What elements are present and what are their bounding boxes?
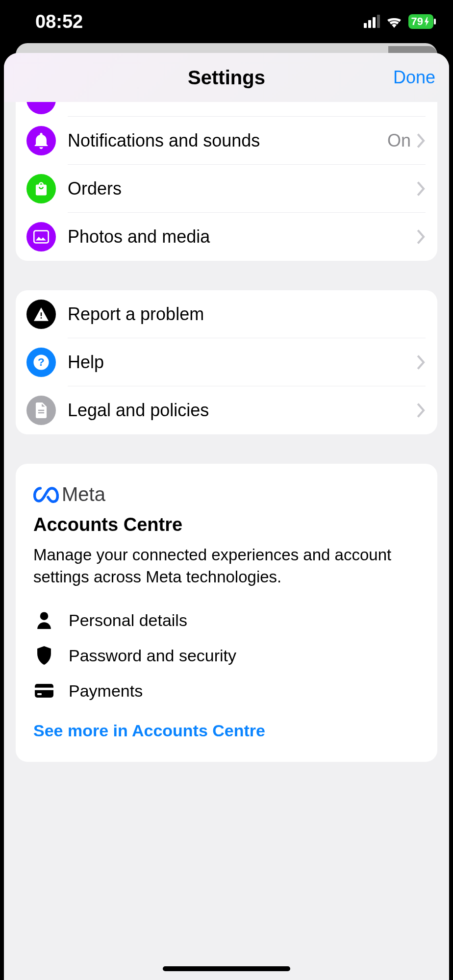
row-label: Report a problem xyxy=(68,304,426,325)
accounts-centre-see-more-link[interactable]: See more in Accounts Centre xyxy=(33,721,420,740)
meta-brand-text: Meta xyxy=(62,483,105,505)
shopping-bag-icon xyxy=(26,174,56,203)
meta-logo: Meta xyxy=(33,483,420,505)
status-time: 08:52 xyxy=(35,11,83,32)
accounts-centre-payments[interactable]: Payments xyxy=(33,673,420,708)
battery-indicator: 79 xyxy=(408,14,433,29)
help-icon: ? xyxy=(26,348,56,377)
svg-rect-0 xyxy=(34,231,49,243)
accounts-centre-personal-details[interactable]: Personal details xyxy=(33,603,420,638)
page-title: Settings xyxy=(188,67,265,89)
settings-row-photos-media[interactable]: Photos and media xyxy=(16,213,437,261)
meta-infinity-icon xyxy=(33,486,59,503)
accounts-centre-password-security[interactable]: Password and security xyxy=(33,638,420,673)
row-label: Help xyxy=(68,352,417,373)
svg-rect-6 xyxy=(37,693,42,695)
chevron-right-icon xyxy=(417,133,426,148)
svg-point-3 xyxy=(40,612,49,620)
settings-row-help[interactable]: ? Help xyxy=(16,338,437,386)
sheet-header: Settings Done xyxy=(4,53,449,102)
credit-card-icon xyxy=(33,684,55,698)
svg-rect-4 xyxy=(35,684,53,698)
image-icon xyxy=(26,222,56,251)
ac-row-label: Personal details xyxy=(69,611,187,630)
status-icons: 79 xyxy=(364,14,433,29)
status-bar: 08:52 79 xyxy=(0,0,453,43)
shield-icon xyxy=(33,646,55,665)
chevron-right-icon xyxy=(417,181,426,196)
svg-rect-5 xyxy=(35,688,53,690)
row-label: Legal and policies xyxy=(68,400,417,421)
warning-icon xyxy=(26,300,56,329)
settings-sheet: Settings Done Notifications and sounds O… xyxy=(4,53,449,980)
done-button[interactable]: Done xyxy=(393,67,435,88)
settings-row-partial[interactable] xyxy=(16,102,437,117)
chevron-right-icon xyxy=(417,355,426,370)
settings-row-notifications[interactable]: Notifications and sounds On xyxy=(16,117,437,165)
bell-icon xyxy=(26,126,56,155)
chevron-right-icon xyxy=(417,229,426,244)
settings-section-preferences: Notifications and sounds On Orders xyxy=(16,102,437,261)
home-indicator[interactable] xyxy=(163,966,290,971)
row-label: Notifications and sounds xyxy=(68,130,387,151)
active-status-icon xyxy=(26,102,56,114)
chevron-right-icon xyxy=(417,403,426,418)
wifi-icon xyxy=(386,15,403,28)
settings-row-orders[interactable]: Orders xyxy=(16,165,437,213)
ac-row-label: Payments xyxy=(69,681,143,701)
settings-scroll-area[interactable]: Notifications and sounds On Orders xyxy=(4,102,449,980)
settings-row-report-problem[interactable]: Report a problem xyxy=(16,290,437,338)
accounts-centre-title: Accounts Centre xyxy=(33,514,420,535)
row-label: Photos and media xyxy=(68,226,417,247)
accounts-centre-description: Manage your connected experiences and ac… xyxy=(33,544,420,588)
row-value: On xyxy=(387,130,411,151)
document-icon xyxy=(26,396,56,425)
cellular-signal-icon xyxy=(364,15,380,28)
svg-text:?: ? xyxy=(38,355,45,368)
person-icon xyxy=(33,611,55,629)
accounts-centre-card: Meta Accounts Centre Manage your connect… xyxy=(16,464,437,762)
settings-row-legal-policies[interactable]: Legal and policies xyxy=(16,386,437,434)
row-label: Orders xyxy=(68,178,417,199)
settings-section-support: Report a problem ? Help xyxy=(16,290,437,434)
ac-row-label: Password and security xyxy=(69,646,236,665)
